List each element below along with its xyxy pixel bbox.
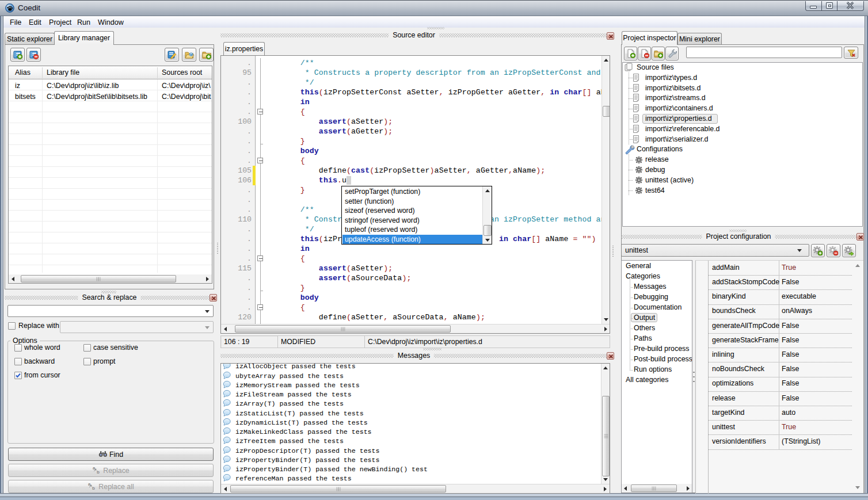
svg-text:b: b bbox=[97, 470, 100, 474]
svg-text:b: b bbox=[92, 486, 95, 490]
